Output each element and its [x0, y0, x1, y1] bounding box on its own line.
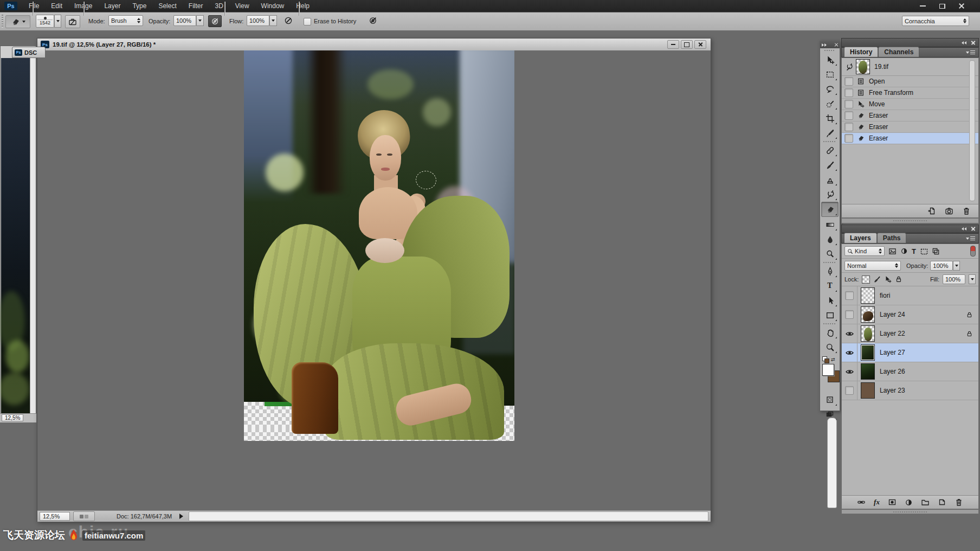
eye-icon[interactable]	[846, 349, 854, 357]
close-button[interactable]	[954, 2, 969, 10]
fill-input[interactable]: 100%	[943, 274, 965, 284]
tab-history[interactable]: History	[844, 47, 878, 57]
new-group-folder-icon[interactable]	[921, 498, 930, 507]
collapse-panel-icon[interactable]	[962, 41, 966, 44]
fill-caret[interactable]	[969, 274, 976, 284]
visibility-well[interactable]	[845, 291, 854, 300]
layer-thumbnail[interactable]	[861, 287, 875, 304]
filter-smart-objects-icon[interactable]	[932, 247, 940, 255]
tool-hand[interactable]	[822, 325, 838, 339]
tool-gradient[interactable]	[822, 217, 838, 232]
tablet-pressure-opacity-button[interactable]	[208, 15, 222, 27]
tab-channels[interactable]: Channels	[878, 47, 919, 57]
tab-layers[interactable]: Layers	[844, 233, 877, 243]
layer-thumbnail[interactable]	[861, 382, 875, 399]
layer-thumbnail[interactable]	[861, 344, 875, 361]
history-source-well[interactable]	[844, 123, 853, 131]
restore-button[interactable]	[934, 2, 950, 10]
menu-view[interactable]: View	[229, 0, 255, 12]
layer-row[interactable]: Layer 23	[842, 381, 978, 400]
tool-history-brush[interactable]	[822, 187, 838, 201]
tool-preset-picker-button[interactable]	[65, 15, 80, 28]
lock-transparency-icon[interactable]	[862, 276, 870, 284]
tool-path-selection[interactable]	[822, 293, 838, 307]
current-tool-preset[interactable]	[5, 15, 30, 28]
layer-thumbnail[interactable]	[861, 306, 875, 323]
tool-blur[interactable]	[822, 232, 838, 246]
tool-lasso[interactable]	[822, 82, 838, 96]
dock-resize-grip[interactable]	[841, 218, 979, 223]
opacity-caret[interactable]	[953, 261, 960, 271]
filter-toggle-switch[interactable]	[970, 246, 976, 257]
new-snapshot-camera-icon[interactable]	[945, 207, 953, 215]
floating-scrollbar[interactable]	[827, 418, 837, 508]
close-panel-icon[interactable]	[971, 41, 975, 45]
lock-pixels-brush-icon[interactable]	[873, 276, 881, 283]
tool-brush[interactable]	[822, 158, 838, 172]
menu-window[interactable]: Window	[255, 0, 291, 12]
layer-style-fx-icon[interactable]: fx	[874, 498, 880, 507]
flow-input[interactable]: 100%	[247, 15, 269, 26]
swap-colors-icon[interactable]: ⇄	[831, 357, 835, 362]
horizontal-scrollbar[interactable]	[189, 511, 708, 521]
panel-menu-icon[interactable]	[966, 50, 975, 54]
tool-quick-selection[interactable]	[822, 97, 838, 111]
zoom-level-field[interactable]: 12,5%	[40, 512, 70, 521]
menu-file[interactable]: File	[23, 0, 45, 12]
tablet-pressure-size-button[interactable]	[366, 15, 379, 26]
tab-paths[interactable]: Paths	[877, 233, 907, 243]
close-panel-icon[interactable]	[971, 227, 975, 231]
panel-grip[interactable]	[824, 50, 835, 51]
history-source-well[interactable]	[842, 63, 856, 71]
flow-caret[interactable]	[269, 15, 277, 26]
history-source-well[interactable]	[844, 100, 853, 108]
mode-select[interactable]: Brush	[108, 15, 143, 26]
history-entry[interactable]: Eraser	[842, 121, 978, 133]
close-panel-icon[interactable]	[834, 43, 838, 47]
new-layer-icon[interactable]	[938, 498, 946, 507]
options-grip[interactable]	[2, 15, 3, 28]
tool-crop[interactable]	[822, 111, 838, 125]
status-flyout-arrow[interactable]	[179, 514, 183, 519]
new-document-from-state-icon[interactable]	[927, 207, 936, 215]
menu-3d[interactable]: 3D	[209, 0, 229, 12]
visibility-well[interactable]	[845, 386, 854, 395]
filter-shape-layers-icon[interactable]	[920, 247, 928, 255]
tool-rectangle[interactable]	[822, 308, 838, 322]
tool-rectangular-marquee[interactable]	[822, 67, 838, 81]
history-source-well[interactable]	[844, 134, 853, 143]
tool-spot-healing-brush[interactable]	[822, 143, 838, 157]
status-options-button[interactable]	[73, 511, 95, 521]
menu-select[interactable]: Select	[152, 0, 182, 12]
layer-thumbnail[interactable]	[861, 325, 875, 342]
delete-layer-trash-icon[interactable]	[955, 498, 963, 507]
lock-position-move-icon[interactable]	[884, 276, 892, 283]
workspace-switcher[interactable]: Cornacchia	[902, 16, 969, 26]
filter-type-layers-icon[interactable]: T	[912, 247, 916, 255]
erase-to-history-checkbox[interactable]	[304, 18, 311, 25]
lock-all-icon[interactable]	[895, 276, 902, 283]
history-source-well[interactable]	[844, 77, 853, 86]
new-adjustment-layer-icon[interactable]	[905, 498, 913, 507]
history-entry[interactable]: Move	[842, 99, 978, 110]
airbrush-toggle-button[interactable]	[282, 15, 294, 26]
filter-adjustment-layers-icon[interactable]	[900, 247, 908, 255]
tool-zoom[interactable]	[822, 340, 838, 354]
history-entry[interactable]: Eraser	[842, 110, 978, 121]
tool-eraser[interactable]	[821, 202, 839, 217]
document-canvas[interactable]	[37, 50, 711, 510]
tool-type[interactable]: T	[822, 279, 838, 293]
background-document-tab[interactable]: Ps DSC	[12, 47, 46, 58]
opacity-caret[interactable]	[196, 15, 204, 26]
doc-close-button[interactable]	[694, 40, 706, 49]
tool-eyedropper[interactable]	[822, 126, 838, 140]
tool-pen[interactable]	[822, 264, 838, 278]
history-source-well[interactable]	[844, 111, 853, 120]
document-titlebar[interactable]: Ps 19.tif @ 12,5% (Layer 27, RGB/16) *	[37, 39, 711, 51]
menu-edit[interactable]: Edit	[45, 0, 68, 12]
link-layers-icon[interactable]	[857, 498, 866, 507]
tool-move[interactable]	[822, 53, 838, 67]
eye-icon[interactable]	[846, 330, 854, 338]
blend-mode-select[interactable]: Normal	[844, 261, 901, 271]
layer-row[interactable]: fiori	[842, 286, 978, 305]
